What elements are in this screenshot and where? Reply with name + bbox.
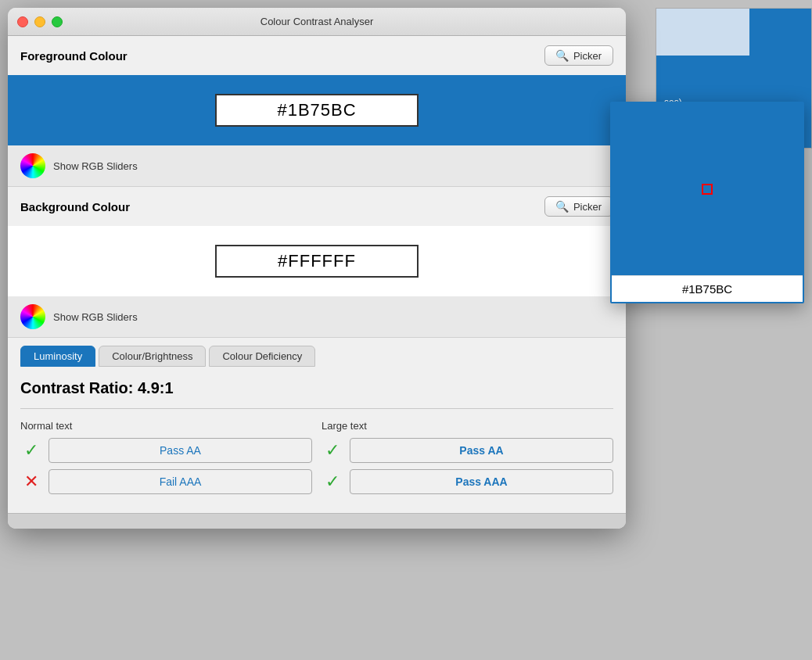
popup-crosshair [702, 184, 713, 195]
foreground-section-header: Foreground Colour 🔍 Picker [8, 36, 626, 75]
large-pass-aa-row: ✓ Pass AA [322, 438, 613, 463]
close-button[interactable] [17, 16, 28, 27]
normal-pass-aa-row: ✓ Pass AA [20, 438, 312, 463]
foreground-color-wheel-icon[interactable] [20, 153, 45, 178]
popup-color-area [612, 103, 803, 275]
normal-text-label: Normal text [20, 420, 312, 432]
foreground-picker-button[interactable]: 🔍 Picker [544, 45, 613, 66]
search-icon: 🔍 [556, 49, 569, 62]
background-label: Background Colour [20, 200, 130, 213]
background-hex-input[interactable] [215, 245, 419, 278]
large-pass-aaa-row: ✓ Pass AAA [322, 469, 613, 494]
traffic-lights [17, 16, 63, 27]
bg-window-top [656, 9, 811, 56]
window-title: Colour Contrast Analyser [260, 16, 374, 27]
normal-text-column: Normal text ✓ Pass AA ✕ Fail AAA [20, 420, 312, 500]
search-icon-bg: 🔍 [556, 200, 569, 213]
fail-aaa-button[interactable]: Fail AAA [49, 469, 312, 494]
popup-color-picker: #1B75BC [610, 102, 804, 303]
results-section: Contrast Ratio: 4.9:1 Normal text ✓ Pass… [8, 367, 626, 513]
tab-bar: Luminosity Colour/Brightness Colour Defi… [8, 338, 626, 367]
foreground-label: Foreground Colour [20, 49, 128, 63]
foreground-color-display [8, 75, 626, 145]
large-pass-aaa-button[interactable]: Pass AAA [350, 469, 613, 494]
contrast-ratio: Contrast Ratio: 4.9:1 [20, 379, 613, 397]
foreground-rgb-row: Show RGB Sliders [8, 145, 626, 187]
results-grid: Normal text ✓ Pass AA ✕ Fail AAA Large t… [20, 420, 613, 500]
main-window: Colour Contrast Analyser Foreground Colo… [8, 8, 626, 529]
background-color-display [8, 226, 626, 296]
normal-fail-aaa-row: ✕ Fail AAA [20, 469, 312, 494]
foreground-rgb-label[interactable]: Show RGB Sliders [53, 160, 138, 172]
foreground-picker-label: Picker [573, 50, 602, 62]
large-pass-aaa-check-icon: ✓ [322, 472, 343, 492]
tab-colour-deficiency[interactable]: Colour Deficiency [209, 346, 315, 367]
large-pass-aa-button[interactable]: Pass AA [350, 438, 613, 463]
large-pass-aa-check-icon: ✓ [322, 440, 343, 461]
maximize-button[interactable] [52, 16, 63, 27]
fail-aaa-check-icon: ✕ [20, 472, 42, 492]
background-section-header: Background Colour 🔍 Picker [8, 187, 626, 226]
pass-aa-check-icon: ✓ [20, 440, 42, 461]
large-text-column: Large text ✓ Pass AA ✓ Pass AAA [322, 420, 613, 500]
tab-luminosity[interactable]: Luminosity [20, 346, 95, 367]
tab-colour-brightness[interactable]: Colour/Brightness [99, 346, 206, 367]
background-picker-label: Picker [573, 201, 602, 213]
bottom-bar [8, 513, 626, 529]
minimize-button[interactable] [34, 16, 45, 27]
background-rgb-label[interactable]: Show RGB Sliders [53, 311, 138, 323]
separator [20, 408, 613, 409]
large-text-label: Large text [322, 420, 613, 432]
pass-aa-button[interactable]: Pass AA [49, 438, 312, 463]
background-picker-button[interactable]: 🔍 Picker [544, 196, 613, 217]
foreground-hex-input[interactable] [215, 94, 419, 127]
title-bar: Colour Contrast Analyser [8, 8, 626, 36]
background-color-wheel-icon[interactable] [20, 304, 45, 329]
background-rgb-row: Show RGB Sliders [8, 296, 626, 338]
popup-color-label: #1B75BC [612, 275, 803, 302]
